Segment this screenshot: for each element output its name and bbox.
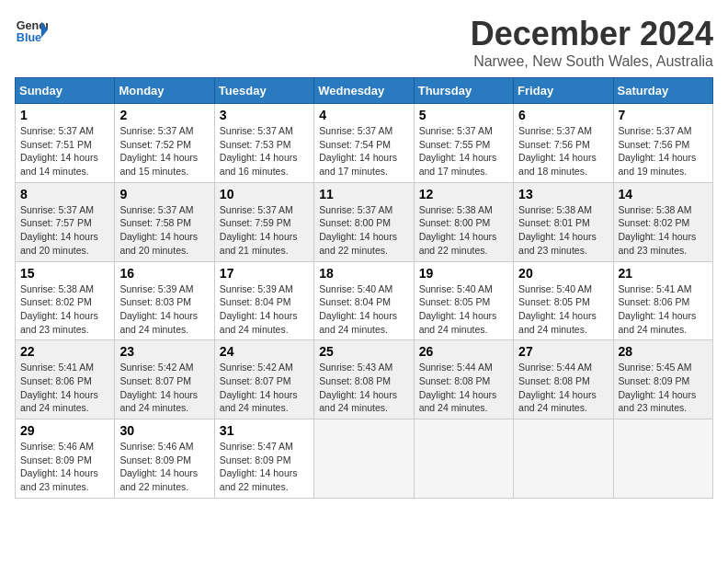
table-row: 18 Sunrise: 5:40 AMSunset: 8:04 PMDaylig… bbox=[314, 261, 414, 340]
day-number: 27 bbox=[518, 344, 608, 359]
header-saturday: Saturday bbox=[613, 78, 712, 104]
day-info: Sunrise: 5:46 AMSunset: 8:09 PMDaylight:… bbox=[20, 441, 98, 492]
day-number: 5 bbox=[419, 108, 508, 122]
table-row: 4 Sunrise: 5:37 AMSunset: 7:54 PMDayligh… bbox=[314, 104, 414, 183]
day-number: 19 bbox=[419, 266, 508, 281]
location-title: Narwee, New South Wales, Australia bbox=[471, 53, 713, 70]
day-info: Sunrise: 5:39 AMSunset: 8:03 PMDaylight:… bbox=[119, 283, 198, 335]
header-tuesday: Tuesday bbox=[214, 78, 313, 104]
table-row: 29 Sunrise: 5:46 AMSunset: 8:09 PMDaylig… bbox=[16, 419, 115, 499]
table-row: 1 Sunrise: 5:37 AMSunset: 7:51 PMDayligh… bbox=[16, 104, 115, 183]
day-info: Sunrise: 5:41 AMSunset: 8:06 PMDaylight:… bbox=[20, 362, 98, 413]
day-number: 15 bbox=[20, 266, 109, 281]
table-row: 25 Sunrise: 5:43 AMSunset: 8:08 PMDaylig… bbox=[314, 340, 414, 419]
day-info: Sunrise: 5:38 AMSunset: 8:02 PMDaylight:… bbox=[619, 204, 697, 256]
day-info: Sunrise: 5:37 AMSunset: 7:56 PMDaylight:… bbox=[619, 125, 697, 177]
day-number: 18 bbox=[319, 266, 408, 281]
table-row: 11 Sunrise: 5:37 AMSunset: 8:00 PMDaylig… bbox=[314, 182, 414, 261]
day-info: Sunrise: 5:46 AMSunset: 8:09 PMDaylight:… bbox=[119, 441, 198, 492]
table-row: 2 Sunrise: 5:37 AMSunset: 7:52 PMDayligh… bbox=[115, 104, 214, 183]
calendar-table: Sunday Monday Tuesday Wednesday Thursday… bbox=[15, 77, 713, 499]
table-row: 14 Sunrise: 5:38 AMSunset: 8:02 PMDaylig… bbox=[613, 182, 712, 261]
day-info: Sunrise: 5:37 AMSunset: 7:56 PMDaylight:… bbox=[518, 125, 597, 177]
day-info: Sunrise: 5:37 AMSunset: 7:55 PMDaylight:… bbox=[419, 125, 497, 177]
table-row: 22 Sunrise: 5:41 AMSunset: 8:06 PMDaylig… bbox=[16, 340, 115, 419]
day-number: 1 bbox=[20, 108, 109, 122]
calendar-week-row: 1 Sunrise: 5:37 AMSunset: 7:51 PMDayligh… bbox=[16, 104, 713, 183]
table-row bbox=[514, 419, 613, 499]
day-number: 22 bbox=[20, 344, 109, 359]
table-row bbox=[314, 419, 414, 499]
table-row: 26 Sunrise: 5:44 AMSunset: 8:08 PMDaylig… bbox=[414, 340, 513, 419]
day-info: Sunrise: 5:41 AMSunset: 8:06 PMDaylight:… bbox=[619, 283, 697, 335]
table-row: 13 Sunrise: 5:38 AMSunset: 8:01 PMDaylig… bbox=[514, 182, 613, 261]
header-thursday: Thursday bbox=[414, 78, 513, 104]
day-info: Sunrise: 5:37 AMSunset: 8:00 PMDaylight:… bbox=[319, 204, 397, 256]
day-number: 26 bbox=[419, 344, 508, 359]
table-row: 27 Sunrise: 5:44 AMSunset: 8:08 PMDaylig… bbox=[514, 340, 613, 419]
day-number: 11 bbox=[319, 187, 408, 201]
day-number: 21 bbox=[619, 266, 708, 281]
day-number: 17 bbox=[220, 266, 309, 281]
day-info: Sunrise: 5:39 AMSunset: 8:04 PMDaylight:… bbox=[220, 283, 298, 335]
svg-text:Blue: Blue bbox=[17, 31, 41, 44]
table-row: 10 Sunrise: 5:37 AMSunset: 7:59 PMDaylig… bbox=[214, 182, 313, 261]
day-number: 12 bbox=[419, 187, 508, 201]
day-number: 24 bbox=[220, 344, 309, 359]
day-info: Sunrise: 5:37 AMSunset: 7:54 PMDaylight:… bbox=[319, 125, 397, 177]
header-sunday: Sunday bbox=[16, 78, 115, 104]
header-wednesday: Wednesday bbox=[314, 78, 414, 104]
day-number: 23 bbox=[119, 344, 209, 359]
table-row: 9 Sunrise: 5:37 AMSunset: 7:58 PMDayligh… bbox=[115, 182, 214, 261]
calendar-header-row: Sunday Monday Tuesday Wednesday Thursday… bbox=[16, 78, 713, 104]
day-info: Sunrise: 5:40 AMSunset: 8:04 PMDaylight:… bbox=[319, 283, 397, 335]
table-row: 31 Sunrise: 5:47 AMSunset: 8:09 PMDaylig… bbox=[214, 419, 313, 499]
day-number: 3 bbox=[220, 108, 309, 122]
day-info: Sunrise: 5:37 AMSunset: 7:51 PMDaylight:… bbox=[20, 125, 98, 177]
calendar-week-row: 8 Sunrise: 5:37 AMSunset: 7:57 PMDayligh… bbox=[16, 182, 713, 261]
day-info: Sunrise: 5:42 AMSunset: 8:07 PMDaylight:… bbox=[119, 362, 198, 413]
calendar-week-row: 29 Sunrise: 5:46 AMSunset: 8:09 PMDaylig… bbox=[16, 419, 713, 499]
table-row: 3 Sunrise: 5:37 AMSunset: 7:53 PMDayligh… bbox=[214, 104, 313, 183]
table-row: 16 Sunrise: 5:39 AMSunset: 8:03 PMDaylig… bbox=[115, 261, 214, 340]
day-number: 28 bbox=[619, 344, 708, 359]
table-row: 24 Sunrise: 5:42 AMSunset: 8:07 PMDaylig… bbox=[214, 340, 313, 419]
day-info: Sunrise: 5:42 AMSunset: 8:07 PMDaylight:… bbox=[220, 362, 298, 413]
day-info: Sunrise: 5:37 AMSunset: 7:52 PMDaylight:… bbox=[119, 125, 198, 177]
table-row: 23 Sunrise: 5:42 AMSunset: 8:07 PMDaylig… bbox=[115, 340, 214, 419]
table-row: 20 Sunrise: 5:40 AMSunset: 8:05 PMDaylig… bbox=[514, 261, 613, 340]
table-row: 6 Sunrise: 5:37 AMSunset: 7:56 PMDayligh… bbox=[514, 104, 613, 183]
page-header: General Blue December 2024 Narwee, New S… bbox=[15, 15, 713, 70]
day-info: Sunrise: 5:40 AMSunset: 8:05 PMDaylight:… bbox=[518, 283, 597, 335]
day-info: Sunrise: 5:37 AMSunset: 7:59 PMDaylight:… bbox=[220, 204, 298, 256]
table-row: 19 Sunrise: 5:40 AMSunset: 8:05 PMDaylig… bbox=[414, 261, 513, 340]
day-info: Sunrise: 5:37 AMSunset: 7:58 PMDaylight:… bbox=[119, 204, 198, 256]
table-row: 12 Sunrise: 5:38 AMSunset: 8:00 PMDaylig… bbox=[414, 182, 513, 261]
day-number: 4 bbox=[319, 108, 408, 122]
table-row bbox=[613, 419, 712, 499]
day-number: 30 bbox=[119, 423, 209, 438]
day-info: Sunrise: 5:37 AMSunset: 7:57 PMDaylight:… bbox=[20, 204, 98, 256]
table-row: 8 Sunrise: 5:37 AMSunset: 7:57 PMDayligh… bbox=[16, 182, 115, 261]
day-info: Sunrise: 5:40 AMSunset: 8:05 PMDaylight:… bbox=[419, 283, 497, 335]
calendar-week-row: 15 Sunrise: 5:38 AMSunset: 8:02 PMDaylig… bbox=[16, 261, 713, 340]
calendar-week-row: 22 Sunrise: 5:41 AMSunset: 8:06 PMDaylig… bbox=[16, 340, 713, 419]
day-info: Sunrise: 5:44 AMSunset: 8:08 PMDaylight:… bbox=[419, 362, 497, 413]
day-number: 10 bbox=[220, 187, 309, 201]
day-info: Sunrise: 5:43 AMSunset: 8:08 PMDaylight:… bbox=[319, 362, 397, 413]
title-area: December 2024 Narwee, New South Wales, A… bbox=[471, 15, 713, 70]
day-number: 13 bbox=[518, 187, 608, 201]
logo: General Blue bbox=[15, 15, 48, 48]
table-row: 7 Sunrise: 5:37 AMSunset: 7:56 PMDayligh… bbox=[613, 104, 712, 183]
day-number: 25 bbox=[319, 344, 408, 359]
day-info: Sunrise: 5:38 AMSunset: 8:00 PMDaylight:… bbox=[419, 204, 497, 256]
table-row: 15 Sunrise: 5:38 AMSunset: 8:02 PMDaylig… bbox=[16, 261, 115, 340]
table-row: 21 Sunrise: 5:41 AMSunset: 8:06 PMDaylig… bbox=[613, 261, 712, 340]
month-title: December 2024 bbox=[471, 15, 713, 53]
table-row: 5 Sunrise: 5:37 AMSunset: 7:55 PMDayligh… bbox=[414, 104, 513, 183]
day-number: 16 bbox=[119, 266, 209, 281]
day-info: Sunrise: 5:38 AMSunset: 8:01 PMDaylight:… bbox=[518, 204, 597, 256]
day-info: Sunrise: 5:45 AMSunset: 8:09 PMDaylight:… bbox=[619, 362, 697, 413]
day-number: 2 bbox=[119, 108, 209, 122]
day-info: Sunrise: 5:44 AMSunset: 8:08 PMDaylight:… bbox=[518, 362, 597, 413]
